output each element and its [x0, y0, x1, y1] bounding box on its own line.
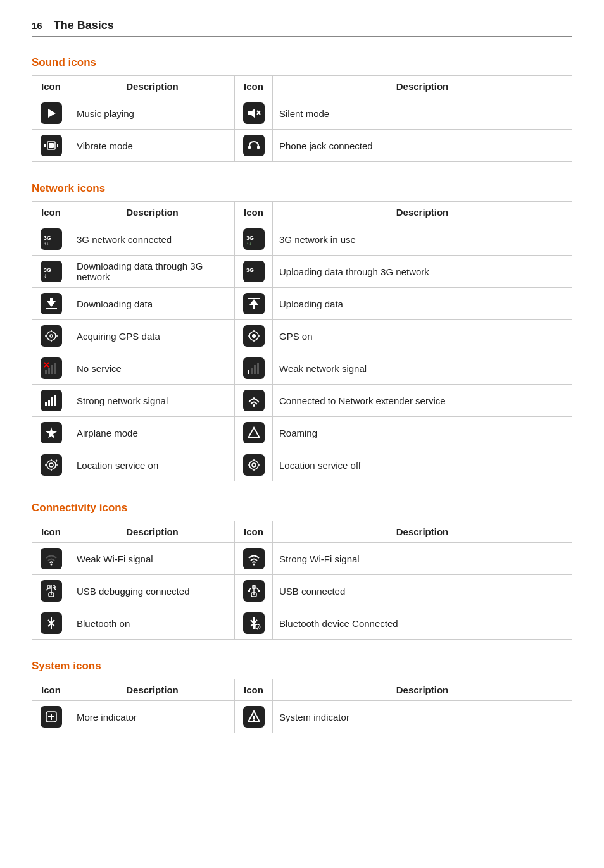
table-row: Downloading data Uploading data [32, 288, 572, 320]
no-service-icon [41, 357, 62, 379]
sys-col2-icon-header: Icon [235, 679, 273, 701]
svg-rect-21 [46, 308, 57, 309]
location-off-icon [243, 454, 265, 476]
network-extender-icon [243, 390, 265, 411]
svg-marker-54 [248, 428, 260, 438]
silent-mode-desc: Silent mode [273, 97, 572, 130]
svg-rect-24 [248, 298, 260, 299]
svg-rect-43 [248, 370, 249, 374]
gps-on-icon [243, 325, 265, 347]
roaming-cell [235, 417, 273, 449]
svg-rect-46 [257, 363, 259, 374]
download-icon [41, 293, 62, 314]
svg-marker-52 [253, 397, 255, 399]
usb-debug-icon [41, 580, 62, 602]
weak-wifi-icon [41, 548, 62, 569]
table-row: Airplane mode Roaming [32, 417, 572, 449]
table-row: USB debugging connected [32, 575, 572, 607]
svg-point-32 [252, 334, 256, 338]
net-col1-desc-header: Description [70, 202, 235, 223]
svg-point-83 [258, 590, 260, 592]
bluetooth-device-cell: ✔ [235, 607, 273, 640]
table-row: Weak Wi-Fi signal Strong Wi-Fi signal [32, 543, 572, 575]
table-row: No service Weak network signal [32, 352, 572, 385]
upload-desc: Uploading data [273, 288, 572, 320]
conn-col2-desc-header: Description [273, 521, 572, 543]
table-row: ✦ Location service on [32, 449, 572, 481]
sys-col2-desc-header: Description [273, 679, 572, 701]
location-on-icon: ✦ [41, 454, 62, 476]
more-indicator-cell [32, 701, 70, 733]
connectivity-icons-title: Connectivity icons [32, 502, 572, 514]
svg-rect-9 [248, 146, 251, 149]
network-icons-section: Network icons Icon Description Icon Desc… [32, 182, 572, 481]
svg-rect-45 [254, 365, 256, 374]
svg-point-25 [47, 332, 56, 340]
svg-marker-2 [251, 108, 255, 118]
sys-col1-icon-header: Icon [32, 679, 70, 701]
weak-signal-icon [243, 357, 265, 379]
net-col1-icon-header: Icon [32, 202, 70, 223]
download-desc: Downloading data [70, 288, 235, 320]
3g-download-desc: Downloading data through 3G network [70, 256, 235, 288]
more-indicator-icon [41, 706, 62, 728]
strong-wifi-desc: Strong Wi-Fi signal [273, 543, 572, 575]
svg-rect-39 [51, 365, 53, 374]
strong-wifi-cell [235, 543, 273, 575]
gps-acquiring-icon [41, 325, 62, 347]
svg-rect-10 [257, 146, 260, 149]
svg-rect-74 [47, 586, 50, 588]
table-row: 3G ↓ Downloading data through 3G network… [32, 256, 572, 288]
music-play-icon [41, 102, 62, 124]
svg-rect-40 [54, 363, 56, 374]
bluetooth-on-desc: Bluetooth on [70, 607, 235, 640]
sound-col2-desc-header: Description [273, 76, 572, 97]
system-icons-section: System icons Icon Description Icon Descr… [32, 660, 572, 733]
3g-download-icon: 3G ↓ [41, 261, 62, 282]
phone-jack-icon-cell [235, 130, 273, 162]
svg-rect-49 [51, 397, 53, 406]
no-service-cell [32, 352, 70, 385]
svg-rect-47 [45, 402, 47, 406]
network-extender-desc: Connected to Network extender service [273, 385, 572, 417]
roaming-icon [243, 422, 265, 443]
strong-signal-icon [41, 390, 62, 411]
svg-text:✔: ✔ [256, 626, 260, 630]
sound-icons-section: Sound icons Icon Description Icon Descri… [32, 56, 572, 162]
svg-rect-81 [248, 590, 250, 592]
svg-point-68 [50, 564, 52, 566]
weak-signal-cell [235, 352, 273, 385]
sound-col1-desc-header: Description [70, 76, 235, 97]
more-indicator-desc: More indicator [70, 701, 235, 733]
silent-mode-icon [243, 102, 265, 124]
sound-icons-table: Icon Description Icon Description Music … [32, 75, 572, 162]
svg-text:3G: 3G [246, 235, 254, 241]
system-indicator-icon [243, 706, 265, 728]
connectivity-icons-table: Icon Description Icon Description [32, 521, 572, 640]
conn-col1-icon-header: Icon [32, 521, 70, 543]
table-row: Strong network signal Connected to Netwo… [32, 385, 572, 417]
svg-text:↑↓: ↑↓ [246, 241, 251, 247]
network-icons-title: Network icons [32, 182, 572, 195]
upload-cell [235, 288, 273, 320]
music-playing-desc: Music playing [70, 97, 235, 130]
3g-in-use-cell: 3G ↑↓ [235, 223, 273, 256]
table-row: Acquiring GPS data GPS on [32, 320, 572, 352]
music-play-icon-cell [32, 97, 70, 130]
table-row: More indicator System indicator [32, 701, 572, 733]
3g-connected-cell: 3G ↑↓ [32, 223, 70, 256]
bluetooth-on-icon [41, 612, 62, 634]
3g-upload-icon: 3G ↑ [243, 261, 265, 282]
3g-upload-desc: Uploading data through 3G network [273, 256, 572, 288]
airplane-mode-desc: Airplane mode [70, 417, 235, 449]
svg-rect-6 [49, 143, 54, 148]
bluetooth-device-icon: ✔ [243, 612, 265, 634]
3g-download-cell: 3G ↓ [32, 256, 70, 288]
3g-in-use-desc: 3G network in use [273, 223, 572, 256]
weak-signal-desc: Weak network signal [273, 352, 572, 385]
gps-acquiring-cell [32, 320, 70, 352]
sound-col1-icon-header: Icon [32, 76, 70, 97]
vibrate-mode-icon-cell [32, 130, 70, 162]
network-extender-cell [235, 385, 273, 417]
page-number: 16 [32, 20, 42, 31]
